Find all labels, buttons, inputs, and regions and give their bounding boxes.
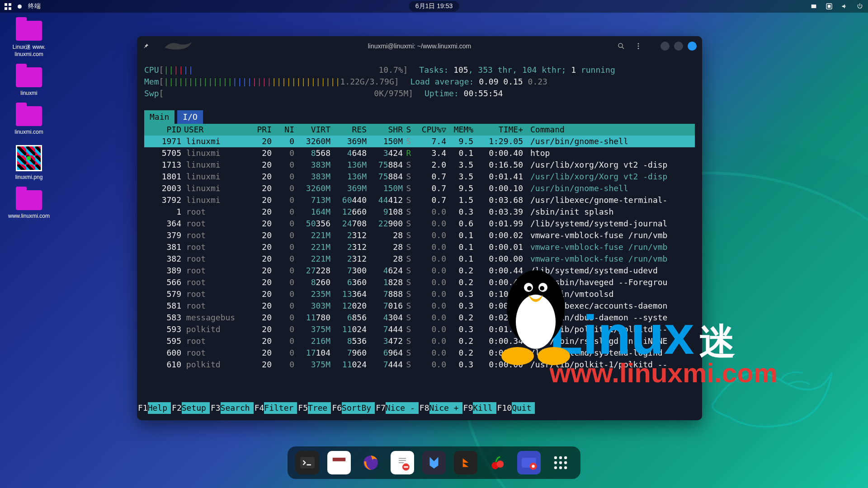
fkey-label[interactable]: Nice - xyxy=(386,402,419,414)
process-row[interactable]: 382 root200221M231228S0.00.10:00.00vmwar… xyxy=(144,253,695,265)
dock-files[interactable] xyxy=(327,451,351,474)
fkey-label[interactable]: Search xyxy=(221,402,254,414)
wallpaper-dragon xyxy=(692,343,854,461)
fkey-number: F10 xyxy=(496,402,512,414)
svg-point-17 xyxy=(532,465,534,468)
maximize-button[interactable] xyxy=(674,42,683,51)
process-row[interactable]: 1 root200164M126609108S0.00.30:03.39/sbi… xyxy=(144,206,695,218)
icon-label: Linux迷 www. linuxmi.com xyxy=(13,43,46,57)
dock-firefox[interactable] xyxy=(359,451,382,474)
process-row[interactable]: 1713 linuxmi200383M136M75884S2.03.50:16.… xyxy=(144,159,695,171)
folder-icon xyxy=(16,21,42,41)
icon-label: linuxmi.png xyxy=(15,174,43,180)
dock xyxy=(288,446,580,479)
dock-cherrytree[interactable] xyxy=(486,451,509,474)
dock-burpsuite[interactable] xyxy=(454,451,477,474)
search-icon[interactable] xyxy=(617,42,625,50)
dock-text-editor[interactable] xyxy=(391,451,414,474)
app-menu-label[interactable]: 终端 xyxy=(28,2,41,10)
keyboard-icon[interactable] xyxy=(810,3,817,10)
fkey-bar: F1Help F2Setup F3SearchF4FilterF5Tree F6… xyxy=(137,402,702,414)
fkey-number: F7 xyxy=(375,402,386,414)
terminal-content[interactable]: CPU[||||||10.7%] Tasks: 105, 353 thr, 10… xyxy=(137,56,702,420)
folder-icon xyxy=(16,190,42,210)
fkey-label[interactable]: SortBy xyxy=(342,402,375,414)
fkey-label[interactable]: Quit xyxy=(512,402,535,414)
desktop-icons: Linux迷 www. linuxmi.comlinuxmilinuxmi.co… xyxy=(11,21,47,219)
svg-point-21 xyxy=(554,461,557,464)
desktop-icon[interactable]: linuxmi.com xyxy=(11,106,47,135)
svg-point-25 xyxy=(559,466,562,469)
swap-meter: Swp[0K/975M] Uptime: 00:55:54 xyxy=(144,88,695,99)
svg-rect-8 xyxy=(333,458,346,461)
process-row[interactable]: 610 polkitd200375M110247444S0.00.30:00.0… xyxy=(144,359,695,371)
tab-main[interactable]: Main xyxy=(144,110,175,124)
fkey-label[interactable]: Help xyxy=(148,402,171,414)
process-row[interactable]: 3792 linuxmi200713M6044044412S0.71.50:03… xyxy=(144,194,695,206)
fkey-number: F5 xyxy=(297,402,308,414)
process-row[interactable]: 581 root200303M120207016S0.00.30:00.30/u… xyxy=(144,300,695,312)
fkey-label[interactable]: Setup xyxy=(182,402,210,414)
fkey-label[interactable]: Kill xyxy=(473,402,496,414)
process-row[interactable]: 364 root200503562470822900S0.00.60:01.99… xyxy=(144,218,695,230)
desktop-icon[interactable]: www.linuxmi.com xyxy=(11,190,47,219)
icon-label: linuxmi xyxy=(20,90,37,96)
fkey-number: F1 xyxy=(137,402,148,414)
process-row[interactable]: 1801 linuxmi200383M136M75884S0.73.50:01.… xyxy=(144,171,695,183)
activities-icon[interactable] xyxy=(5,3,11,10)
svg-point-20 xyxy=(564,456,567,459)
fkey-number: F9 xyxy=(462,402,473,414)
dock-screen-recorder[interactable] xyxy=(517,451,541,474)
window-title: linuxmi@linuxmi: ~/www.linuxmi.com xyxy=(368,42,472,50)
icon-label: linuxmi.com xyxy=(14,129,43,135)
terminal-window: linuxmi@linuxmi: ~/www.linuxmi.com CPU[|… xyxy=(137,36,702,420)
svg-point-24 xyxy=(554,466,557,469)
pin-icon[interactable] xyxy=(142,42,150,50)
tab-io[interactable]: I/O xyxy=(177,110,203,124)
process-row[interactable]: 579 root200235M133647888S0.00.30:10.57/u… xyxy=(144,288,695,300)
fkey-number: F4 xyxy=(254,402,264,414)
close-button[interactable] xyxy=(688,42,697,51)
process-row[interactable]: 389 root2002722873004624S0.00.20:00.44/l… xyxy=(144,265,695,277)
desktop-icon[interactable]: linuxmi xyxy=(11,67,47,96)
fkey-label[interactable]: Nice + xyxy=(429,402,462,414)
svg-point-19 xyxy=(559,456,562,459)
process-row[interactable]: 600 root2001710479606964S0.00.20:00.40/l… xyxy=(144,347,695,359)
svg-point-23 xyxy=(564,461,567,464)
cpu-meter: CPU[||||||10.7%] Tasks: 105, 353 thr, 10… xyxy=(144,64,695,76)
minimize-button[interactable] xyxy=(660,42,670,51)
power-icon[interactable] xyxy=(856,3,863,10)
svg-point-18 xyxy=(554,456,557,459)
process-row[interactable]: 583 messagebus2001178068564304S0.00.20:0… xyxy=(144,312,695,324)
svg-rect-1 xyxy=(828,5,831,8)
desktop-icon[interactable]: Linux迷 www. linuxmi.com xyxy=(11,21,47,57)
dock-terminal[interactable] xyxy=(296,451,319,474)
htop-tabs: Main I/O xyxy=(144,110,695,124)
process-row[interactable]: 2003 linuxmi2003260M369M150MS0.79.50:00.… xyxy=(144,183,695,194)
dock-show-apps[interactable] xyxy=(549,451,572,474)
desktop-icon[interactable]: linuxmi.png xyxy=(11,145,47,180)
menu-icon[interactable] xyxy=(634,42,642,50)
volume-icon[interactable] xyxy=(841,3,848,10)
process-row[interactable]: 593 polkitd200375M110247444S0.00.30:01.7… xyxy=(144,324,695,335)
svg-point-14 xyxy=(496,460,504,468)
accessibility-icon[interactable] xyxy=(826,3,833,10)
svg-point-22 xyxy=(559,461,562,464)
process-row[interactable]: 566 root200826063601828S0.00.20:00.46/us… xyxy=(144,277,695,288)
dock-metasploit[interactable] xyxy=(422,451,446,474)
window-titlebar[interactable]: linuxmi@linuxmi: ~/www.linuxmi.com xyxy=(137,36,702,56)
process-row[interactable]: 595 root200216M85363472S0.00.20:00.34/us… xyxy=(144,335,695,347)
folder-icon xyxy=(16,67,42,87)
process-row[interactable]: 1971 linuxmi2003260M369M150MS7.49.51:29.… xyxy=(144,136,695,147)
column-headers[interactable]: PIDUSERPRINIVIRTRESSHRSCPU%▽MEM%TIME+Com… xyxy=(144,124,695,136)
process-row[interactable]: 5705 linuxmi200856846483424R3.40.10:00.4… xyxy=(144,147,695,159)
process-row[interactable]: 381 root200221M231228S0.00.10:00.01vmwar… xyxy=(144,241,695,253)
fkey-label[interactable]: Tree xyxy=(308,402,331,414)
mem-meter: Mem[||||||||||||||||||||||||||||||||||||… xyxy=(144,76,695,88)
clock[interactable]: 6月1日 19:53 xyxy=(409,1,459,12)
fkey-label[interactable]: Filter xyxy=(264,402,297,414)
workspace-dot[interactable] xyxy=(18,5,22,9)
fkey-number: F2 xyxy=(171,402,182,414)
process-row[interactable]: 379 root200221M231228S0.00.10:00.02vmwar… xyxy=(144,230,695,241)
fkey-number: F8 xyxy=(419,402,429,414)
